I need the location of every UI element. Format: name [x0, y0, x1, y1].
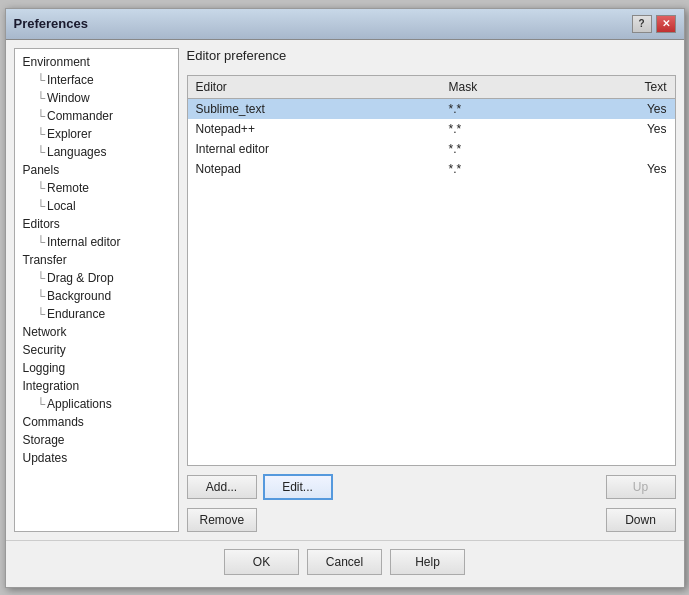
window-title: Preferences	[14, 16, 88, 31]
sidebar-item-security[interactable]: Security	[15, 341, 178, 359]
sidebar-item-local[interactable]: └Local	[15, 197, 178, 215]
sidebar-item-panels[interactable]: Panels	[15, 161, 178, 179]
down-button[interactable]: Down	[606, 508, 676, 532]
sidebar-item-endurance[interactable]: └Endurance	[15, 305, 178, 323]
help-button[interactable]: ?	[632, 15, 652, 33]
sidebar-item-logging[interactable]: Logging	[15, 359, 178, 377]
sidebar-item-storage[interactable]: Storage	[15, 431, 178, 449]
cell-editor: Sublime_text	[188, 98, 441, 119]
title-bar-controls: ? ✕	[632, 15, 676, 33]
col-text: Text	[567, 76, 675, 99]
sidebar-item-commander[interactable]: └Commander	[15, 107, 178, 125]
sidebar-item-commands[interactable]: Commands	[15, 413, 178, 431]
main-content: Environment└Interface└Window└Commander└E…	[6, 40, 684, 540]
cell-mask: *.*	[440, 119, 566, 139]
sidebar-item-drag-drop[interactable]: └Drag & Drop	[15, 269, 178, 287]
sidebar-item-remote[interactable]: └Remote	[15, 179, 178, 197]
ok-button[interactable]: OK	[224, 549, 299, 575]
action-row-2: Remove Down	[187, 508, 676, 532]
sidebar-item-editors[interactable]: Editors	[15, 215, 178, 233]
sidebar-item-updates[interactable]: Updates	[15, 449, 178, 467]
edit-button[interactable]: Edit...	[263, 474, 333, 500]
col-mask: Mask	[440, 76, 566, 99]
cell-editor: Notepad	[188, 159, 441, 179]
sidebar-item-internal-editor[interactable]: └Internal editor	[15, 233, 178, 251]
cancel-button[interactable]: Cancel	[307, 549, 382, 575]
preferences-window: Preferences ? ✕ Environment└Interface└Wi…	[5, 8, 685, 588]
sidebar-item-window[interactable]: └Window	[15, 89, 178, 107]
cell-text: Yes	[567, 159, 675, 179]
cell-editor: Internal editor	[188, 139, 441, 159]
col-editor: Editor	[188, 76, 441, 99]
editor-table: Editor Mask Text Sublime_text *.* Yes No…	[188, 76, 675, 179]
close-button[interactable]: ✕	[656, 15, 676, 33]
main-panel: Editor preference Editor Mask Text Subli…	[187, 48, 676, 532]
action-row-1: Add... Edit... Up	[187, 474, 676, 500]
cell-text	[567, 139, 675, 159]
add-button[interactable]: Add...	[187, 475, 257, 499]
title-bar: Preferences ? ✕	[6, 9, 684, 40]
help-footer-button[interactable]: Help	[390, 549, 465, 575]
sidebar-item-applications[interactable]: └Applications	[15, 395, 178, 413]
table-row[interactable]: Internal editor *.*	[188, 139, 675, 159]
remove-button[interactable]: Remove	[187, 508, 258, 532]
cell-mask: *.*	[440, 98, 566, 119]
sidebar-item-interface[interactable]: └Interface	[15, 71, 178, 89]
cell-mask: *.*	[440, 159, 566, 179]
section-title: Editor preference	[187, 48, 676, 63]
editor-table-container: Editor Mask Text Sublime_text *.* Yes No…	[187, 75, 676, 466]
cell-mask: *.*	[440, 139, 566, 159]
sidebar-item-transfer[interactable]: Transfer	[15, 251, 178, 269]
footer: OK Cancel Help	[6, 540, 684, 587]
table-row[interactable]: Sublime_text *.* Yes	[188, 98, 675, 119]
cell-text: Yes	[567, 98, 675, 119]
table-row[interactable]: Notepad *.* Yes	[188, 159, 675, 179]
table-row[interactable]: Notepad++ *.* Yes	[188, 119, 675, 139]
up-button[interactable]: Up	[606, 475, 676, 499]
cell-text: Yes	[567, 119, 675, 139]
sidebar-item-network[interactable]: Network	[15, 323, 178, 341]
sidebar-item-explorer[interactable]: └Explorer	[15, 125, 178, 143]
cell-editor: Notepad++	[188, 119, 441, 139]
sidebar-item-languages[interactable]: └Languages	[15, 143, 178, 161]
sidebar: Environment└Interface└Window└Commander└E…	[14, 48, 179, 532]
sidebar-item-background[interactable]: └Background	[15, 287, 178, 305]
sidebar-item-integration[interactable]: Integration	[15, 377, 178, 395]
sidebar-item-environment[interactable]: Environment	[15, 53, 178, 71]
